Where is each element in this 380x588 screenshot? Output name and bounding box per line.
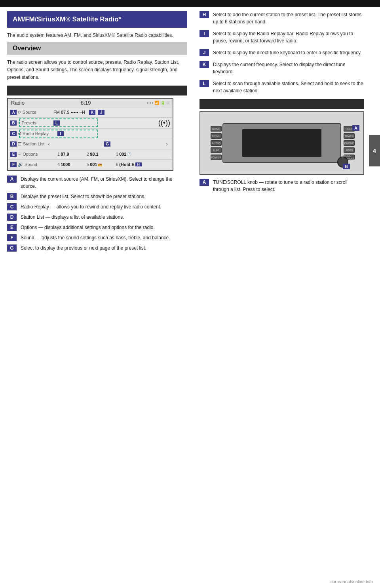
label-a: A Displays the current source (AM, FM, o… — [7, 176, 187, 190]
presets-label: ≡ Presets — [18, 120, 53, 125]
station-nav: ‹ G › — [46, 141, 170, 147]
label-f: F Sound — adjusts the sound settings suc… — [7, 234, 187, 241]
nav-next[interactable]: › — [163, 141, 170, 147]
chapter-tab: 4 — [369, 135, 380, 166]
radio-screen-mockup: Radio 8:19 ▪ ▪ ▪ 📶 🔋 ⊙ A ⟳ Source FM 87.… — [7, 98, 173, 171]
hardware-badge-b: B — [343, 163, 350, 169]
station-list-row[interactable]: D ☰ Station List ‹ G › — [8, 139, 173, 149]
overview-body: The radio screen allows you to control s… — [7, 59, 187, 82]
label-j: J Select to display the direct tune keyb… — [200, 49, 364, 56]
options-label: ··· Options — [18, 152, 53, 157]
presets-numbers-2: 4 1000 5 001 📻 6 (Hold E H — [55, 161, 170, 168]
label-b: B Displays the preset list. Select to sh… — [7, 193, 187, 200]
source-label: ⟳ Source — [18, 110, 53, 115]
hardware-label-a: A TUNE/SCROLL knob — rotate to tune to a… — [200, 179, 364, 193]
badge-l: L — [53, 120, 60, 126]
map-button[interactable]: MAP — [211, 147, 222, 153]
label-d: D Station List — displays a list of avai… — [7, 214, 187, 221]
track-button[interactable]: TRACK — [344, 133, 355, 139]
left-column: AM/FM/SiriusXM® Satellite Radio* The aud… — [0, 7, 194, 259]
hardware-image: HOME MENU AUDIO MAP POWER SEEK TRACK PHO… — [200, 111, 364, 175]
right-buttons-group: SEEK TRACK PHONE APPS TUNE SCROLL — [344, 126, 355, 160]
left-buttons-group: HOME MENU AUDIO MAP POWER — [211, 126, 222, 160]
radio-screen-header: Radio 8:19 ▪ ▪ ▪ 📶 🔋 ⊙ — [8, 99, 173, 107]
source-row[interactable]: A ⟳ Source FM 87.9 ••••• –H K J — [8, 107, 173, 118]
screen-section-label — [7, 86, 187, 95]
label-i: I Select to display the Radio Replay bar… — [200, 30, 364, 44]
sound-label: 🔊 Sound — [18, 162, 53, 167]
badge-b: B — [10, 120, 17, 126]
radio-replay-label: ↺ Radio Replay — [18, 131, 53, 136]
station-label: ☰ Station List — [18, 141, 46, 147]
chapter-title: AM/FM/SiriusXM® Satellite Radio* — [7, 11, 187, 28]
intro-text: The audio system features AM, FM, and Si… — [7, 32, 187, 39]
label-h: H Select to add the current station to t… — [200, 11, 364, 25]
badge-f: F — [10, 162, 17, 167]
radio-screen-time: 8:19 — [81, 100, 91, 106]
hardware-badge-a: A — [352, 125, 359, 131]
sound-row[interactable]: F 🔊 Sound 4 1000 5 001 📻 6 (Hold E — [8, 160, 173, 170]
preset-cell-5: 5 001 📻 — [86, 162, 114, 167]
badge-j: J — [98, 110, 104, 115]
head-unit-screen — [242, 129, 321, 157]
preset-cell-3: 3 002 🕐 — [115, 151, 143, 157]
label-e: E Options — displays additional settings… — [7, 224, 187, 231]
preset-cell-2: 2 98.1 — [86, 151, 114, 157]
badge-d: D — [10, 141, 17, 147]
home-button[interactable]: HOME — [211, 126, 222, 132]
overview-heading: Overview — [7, 42, 187, 55]
frequency-area: FM 87.9 ••••• –H K J — [53, 110, 106, 115]
preset-cell-4: 4 1000 — [57, 162, 84, 167]
badge-g: G — [104, 141, 110, 147]
radio-status-icons: ▪ ▪ ▪ 📶 🔋 ⊙ — [147, 101, 169, 105]
frequency-value: FM 87.9 ••••• –H — [53, 110, 85, 115]
hardware-section-label — [200, 99, 364, 109]
watermark: carmanualsonline.info — [331, 579, 373, 584]
power-button[interactable]: POWER — [211, 155, 222, 160]
label-c: C Radio Replay — allows you to rewind an… — [7, 203, 187, 210]
badge-a: A — [10, 110, 17, 115]
presets-row[interactable]: B ≡ Presets L ((•)) — [8, 118, 173, 129]
preset-cell-6: 6 (Hold E H — [115, 162, 144, 167]
badge-k: K — [89, 110, 95, 115]
label-g: G Select to display the previous or next… — [7, 244, 187, 252]
badge-i: I — [57, 131, 64, 136]
head-unit-body: HOME MENU AUDIO MAP POWER SEEK TRACK PHO… — [222, 123, 341, 163]
label-k: K Displays the current frequency. Select… — [200, 61, 364, 75]
badge-h-inline: H — [135, 162, 142, 166]
top-bar — [0, 0, 380, 7]
badge-c: C — [10, 131, 17, 136]
menu-button[interactable]: MENU — [211, 133, 222, 139]
preset-cell-1: 1 87.9 — [57, 151, 84, 157]
options-row[interactable]: E ··· Options 1 87.9 2 98.1 3 002 🕐 — [8, 149, 173, 160]
label-l: L Select to scan through available stati… — [200, 80, 364, 94]
radio-screen-title: Radio — [11, 100, 25, 106]
right-column: H Select to add the current station to t… — [194, 7, 368, 259]
signal-icon: ((•)) — [158, 119, 170, 127]
audio-button[interactable]: AUDIO — [211, 140, 222, 146]
apps-button[interactable]: APPS — [344, 147, 355, 153]
phone-button[interactable]: PHONE — [344, 140, 355, 146]
nav-prev[interactable]: ‹ — [46, 141, 52, 147]
presets-numbers-1: 1 87.9 2 98.1 3 002 🕐 — [55, 151, 170, 158]
radio-replay-row[interactable]: C ↺ Radio Replay I — [8, 129, 173, 139]
badge-e: E — [10, 152, 17, 157]
